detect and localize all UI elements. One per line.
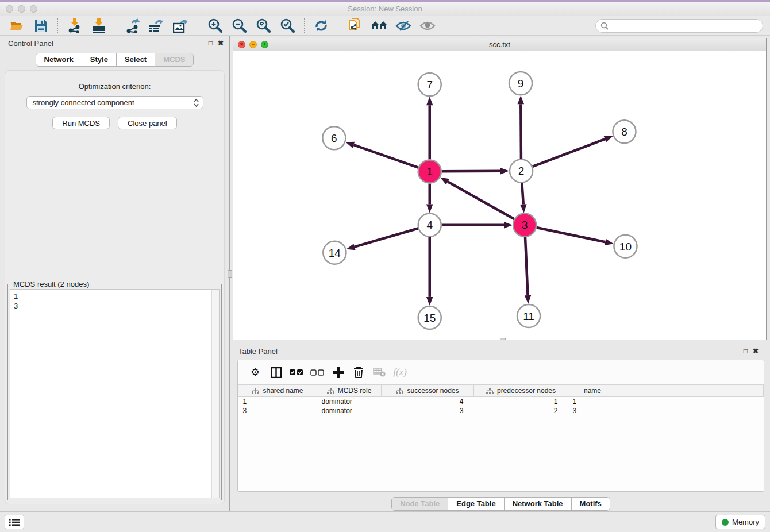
tab-node-table[interactable]: Node Table xyxy=(392,498,448,510)
refresh-layout-icon[interactable] xyxy=(313,18,330,34)
network-canvas[interactable]: 1234678910111415 xyxy=(233,51,766,340)
column-header-predecessor-nodes[interactable]: predecessor nodes xyxy=(474,385,568,397)
graph-edge[interactable] xyxy=(442,171,500,172)
graph-edge-arrowhead xyxy=(604,136,613,142)
graph-edge[interactable] xyxy=(525,237,528,295)
zoom-out-icon[interactable] xyxy=(230,18,248,34)
tab-select[interactable]: Select xyxy=(116,53,155,66)
panel-splitter-handle[interactable] xyxy=(228,270,232,278)
table-settings-icon[interactable]: ⚙ xyxy=(245,364,265,381)
mcds-result-box: MCDS result (2 nodes) 1 3 xyxy=(7,284,222,500)
zoom-fit-icon[interactable] xyxy=(255,18,272,34)
graph-node-label: 1 xyxy=(426,165,433,178)
graph-edge-arrowhead xyxy=(504,222,513,229)
column-header-filler xyxy=(617,385,764,397)
tab-mcds[interactable]: MCDS xyxy=(155,53,193,66)
app-close-button[interactable] xyxy=(6,5,13,13)
table-header-row: shared name MCDS role successor nodes pr… xyxy=(238,385,764,397)
export-network-icon[interactable] xyxy=(124,18,141,34)
graph-node-label: 10 xyxy=(619,241,632,253)
import-table-icon[interactable] xyxy=(90,18,107,34)
graph-node-label: 11 xyxy=(523,310,534,322)
network-graph[interactable]: 1234678910111415 xyxy=(233,51,766,341)
app-minimize-button[interactable] xyxy=(18,5,25,13)
table-row[interactable]: 3dominator 32 3 xyxy=(238,406,764,415)
show-column-icon[interactable] xyxy=(265,364,286,381)
criterion-value: strongly connected component xyxy=(33,98,193,107)
result-scrollbar[interactable] xyxy=(211,290,219,498)
graph-edge-arrowhead xyxy=(426,297,433,306)
float-table-panel-icon[interactable]: □ xyxy=(744,348,748,354)
column-header-shared-name[interactable]: shared name xyxy=(238,385,317,397)
close-panel-button[interactable]: Close panel xyxy=(118,117,177,129)
column-header-successor-nodes[interactable]: successor nodes xyxy=(382,385,474,397)
show-hide-panels-button[interactable] xyxy=(5,515,24,529)
graph-edge-arrowhead xyxy=(440,178,449,184)
attribute-icon xyxy=(327,388,334,394)
criterion-dropdown[interactable]: strongly connected component xyxy=(26,96,203,109)
graph-edge[interactable] xyxy=(448,182,514,219)
graph-edge[interactable] xyxy=(537,228,605,242)
column-header-name[interactable]: name xyxy=(568,385,617,397)
open-session-icon[interactable] xyxy=(8,18,25,34)
control-panel: Control Panel □ ✖ Network Style Select M… xyxy=(0,36,230,511)
add-column-icon[interactable] xyxy=(328,364,348,381)
table-panel: Table Panel □ ✖ ⚙ xyxy=(230,340,770,511)
graph-edge-arrowhead xyxy=(525,295,532,304)
tab-network[interactable]: Network xyxy=(36,53,82,66)
float-panel-icon[interactable]: □ xyxy=(209,40,213,47)
zoom-in-icon[interactable] xyxy=(206,18,224,34)
delete-table-icon xyxy=(369,364,390,381)
unselect-all-icon[interactable] xyxy=(307,364,328,381)
graph-edge[interactable] xyxy=(521,104,521,159)
optimization-criterion-label: Optimization criterion: xyxy=(79,82,151,91)
run-mcds-button[interactable]: Run MCDS xyxy=(52,117,110,129)
app-zoom-button[interactable] xyxy=(30,5,37,13)
table-panel-title: Table Panel xyxy=(238,347,738,356)
network-maximize-button[interactable]: + xyxy=(261,41,268,48)
attribute-icon xyxy=(486,388,494,394)
result-line: 3 xyxy=(14,301,215,311)
mcds-result-title: MCDS result (2 nodes) xyxy=(11,280,91,288)
delete-column-icon[interactable] xyxy=(348,364,369,381)
status-bar: Memory xyxy=(0,511,770,532)
network-close-button[interactable]: ✕ xyxy=(238,41,245,48)
table-toolbar: ⚙ xyxy=(238,360,764,384)
tab-network-table[interactable]: Network Table xyxy=(504,498,571,510)
hide-panel-eye-icon[interactable] xyxy=(395,18,412,34)
select-all-icon[interactable] xyxy=(286,364,307,381)
search-field[interactable] xyxy=(595,19,763,33)
search-icon xyxy=(600,22,609,30)
graph-edge-arrowhead xyxy=(346,244,356,250)
export-image-icon[interactable] xyxy=(172,18,190,34)
toolbar-separator xyxy=(57,18,58,33)
close-panel-icon[interactable]: ✖ xyxy=(218,40,224,47)
graph-edge[interactable] xyxy=(355,229,418,247)
close-table-panel-icon[interactable]: ✖ xyxy=(753,348,759,354)
save-session-icon[interactable] xyxy=(32,18,49,34)
show-panel-eye-icon[interactable] xyxy=(419,18,436,34)
main-toolbar xyxy=(0,16,770,36)
tab-motifs[interactable]: Motifs xyxy=(571,498,610,510)
toolbar-separator xyxy=(338,18,338,33)
export-table-icon[interactable] xyxy=(148,18,165,34)
tab-edge-table[interactable]: Edge Table xyxy=(448,498,503,510)
graph-edge-arrowhead xyxy=(500,168,509,175)
network-window-titlebar[interactable]: ✕ − + scc.txt xyxy=(233,38,766,51)
graph-edge[interactable] xyxy=(533,139,605,167)
import-network-icon[interactable] xyxy=(66,18,83,34)
graph-edge[interactable] xyxy=(522,183,523,204)
toolbar-separator xyxy=(116,18,116,33)
network-minimize-button[interactable]: − xyxy=(249,41,257,48)
tab-style[interactable]: Style xyxy=(82,53,116,66)
column-header-mcds-role[interactable]: MCDS role xyxy=(317,385,382,397)
memory-button[interactable]: Memory xyxy=(715,515,765,529)
search-input[interactable] xyxy=(611,22,758,30)
graph-edge[interactable] xyxy=(353,145,418,167)
duplicate-network-icon[interactable] xyxy=(346,18,364,34)
mcds-result-area[interactable]: 1 3 xyxy=(10,289,220,498)
nested-networks-icon[interactable] xyxy=(371,18,388,34)
zoom-selected-icon[interactable] xyxy=(279,18,296,34)
table-tabs: Node Table Edge Table Network Table Moti… xyxy=(391,497,610,511)
table-row[interactable]: 1dominator 41 1 xyxy=(238,397,764,406)
